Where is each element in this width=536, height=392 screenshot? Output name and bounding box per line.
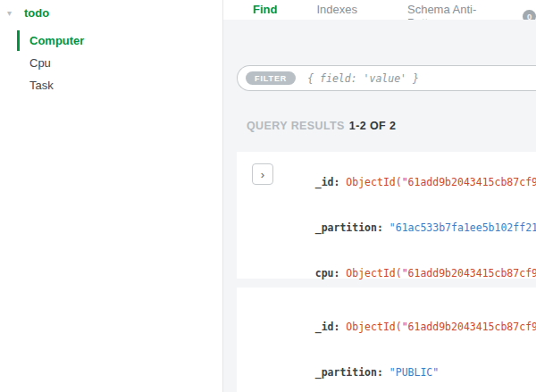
query-results-label: QUERY RESULTS: [247, 120, 345, 132]
document-field: _partition: "PUBLIC": [290, 350, 536, 392]
document-field: _id: ObjectId("61add9b2043415cb87cf94f5"…: [290, 160, 536, 205]
sidebar-collection-task[interactable]: Task: [0, 74, 222, 96]
sidebar-collection-computer[interactable]: Computer: [0, 29, 222, 52]
find-tab-content: FILTER { field: 'value' } QUERY RESULTS1…: [223, 20, 536, 392]
field-key: _partition: [315, 366, 377, 379]
field-key: cpu: [315, 267, 334, 279]
query-results-count: 1-2 OF 2: [349, 120, 397, 132]
tab-indexes[interactable]: Indexes: [316, 0, 357, 16]
filter-placeholder: { field: 'value' }: [307, 72, 419, 85]
field-key: _id: [315, 321, 334, 333]
sidebar-collection-cpu[interactable]: Cpu: [0, 52, 222, 74]
sidebar-database-todo[interactable]: ▾ todo: [7, 6, 49, 20]
active-indicator-bar: [17, 30, 20, 51]
sidebar: ▾ todo Computer Cpu Task: [0, 0, 223, 392]
collapse-arrow-icon[interactable]: ▾: [7, 8, 24, 18]
field-key: _partition: [315, 221, 377, 234]
document-field: _partition: "61ac533b7fa1ee5b102ff214": [290, 205, 536, 251]
document-field: _id: ObjectId("61add9b2043415cb87cf94f8"…: [290, 304, 536, 350]
collection-list: Computer Cpu Task: [0, 29, 222, 96]
tab-find[interactable]: Find: [253, 0, 277, 16]
database-name: todo: [24, 6, 49, 20]
filter-badge: FILTER: [246, 71, 296, 85]
field-key: _id: [315, 176, 334, 188]
query-results-header: QUERY RESULTS1-2 OF 2: [247, 120, 396, 132]
data-explorer-window: ▾ todo Computer Cpu Task Find Indexes Sc…: [0, 0, 536, 392]
expand-document-button[interactable]: ›: [252, 163, 273, 185]
field-value: "61ac533b7fa1ee5b102ff214": [389, 221, 536, 234]
field-value: "PUBLIC": [389, 366, 439, 379]
field-value: ObjectId("61add9b2043415cb87cf94f8"): [346, 321, 536, 333]
filter-input[interactable]: FILTER { field: 'value' }: [237, 65, 536, 91]
main-panel: Find Indexes Schema Anti-Patterns 0 FILT…: [223, 0, 536, 392]
document-card[interactable]: › _id: ObjectId("61add9b2043415cb87cf94f…: [237, 152, 536, 279]
tab-bar: Find Indexes Schema Anti-Patterns 0: [223, 0, 536, 20]
document-fields: _id: ObjectId("61add9b2043415cb87cf94f8"…: [290, 304, 536, 392]
document-card[interactable]: _id: ObjectId("61add9b2043415cb87cf94f8"…: [237, 288, 536, 392]
field-value: ObjectId("61add9b2043415cb87cf94f6"): [346, 267, 536, 279]
field-value: ObjectId("61add9b2043415cb87cf94f5"): [346, 176, 536, 188]
